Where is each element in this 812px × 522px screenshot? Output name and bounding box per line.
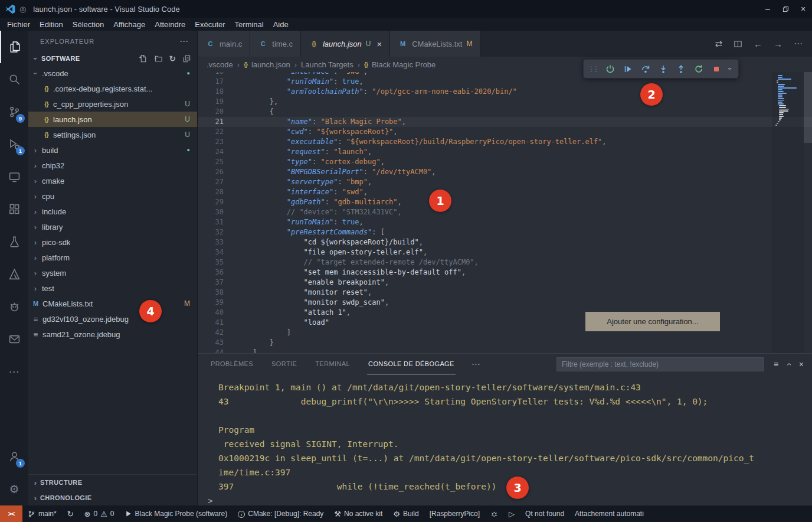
tree-item-launch-json[interactable]: {}launch.jsonU — [28, 112, 197, 127]
debug-config[interactable]: Black Magic Probe (software) — [120, 505, 233, 522]
code-line-21[interactable]: 21 "name": "Black Magic Probe", — [198, 117, 812, 127]
code-line-29[interactable]: 29 "gdbPath": "gdb-multiarch", — [198, 197, 812, 207]
section-timeline[interactable]: ›CHRONOLOGIE — [28, 490, 197, 505]
run-debug-icon[interactable]: 1 — [0, 128, 28, 161]
explorer-icon[interactable] — [0, 31, 28, 63]
breadcrumb-item-black-magic-probe[interactable]: Black Magic Probe — [372, 60, 436, 69]
close-window-button[interactable]: × — [794, 0, 812, 18]
close-panel-icon[interactable]: × — [799, 360, 804, 369]
auto-attach[interactable]: Attachement automati — [569, 505, 649, 522]
code-line-30[interactable]: 30 // "device": "STM32L431VC", — [198, 207, 812, 217]
code-line-23[interactable]: 23 "executable": "${workspaceRoot}/build… — [198, 137, 812, 147]
code-line-32[interactable]: 32 "preRestartCommands": [ — [198, 227, 812, 237]
open-changes-icon[interactable]: ⇄ — [715, 38, 722, 49]
cmake-target[interactable]: [RaspberryPico] — [424, 505, 485, 522]
panel-more-icon[interactable]: ⋯ — [472, 359, 480, 370]
tree-item-build[interactable]: ›build● — [28, 142, 197, 158]
panel-tab-console-de-d-bogage[interactable]: CONSOLE DE DÉBOGAGE — [367, 354, 456, 374]
tab-time-c[interactable]: Ctime.c — [250, 31, 301, 57]
account-icon[interactable]: 1 — [0, 441, 28, 473]
tree-item-cmakelists-txt[interactable]: MCMakeLists.txtM — [28, 296, 197, 311]
titlebar-circle-icon[interactable]: ◎ — [19, 5, 26, 14]
debug-console[interactable]: Breakpoint 1, main () at /mnt/data/git/o… — [198, 374, 812, 505]
code-line-22[interactable]: 22 "cwd": "${workspaceRoot}", — [198, 127, 812, 137]
section-structure[interactable]: ›STRUCTURE — [28, 475, 197, 490]
tree-item-platform[interactable]: ›platform — [28, 250, 197, 265]
continue-button[interactable] — [620, 61, 636, 77]
scrollbar-thumb[interactable] — [804, 72, 812, 143]
minimize-button[interactable]: – — [759, 0, 777, 18]
step-into-button[interactable] — [655, 61, 672, 77]
tree-item-pico-sdk[interactable]: ›pico-sdk — [28, 234, 197, 250]
menu-ex-cuter[interactable]: Exécuter — [190, 20, 230, 29]
refresh-icon[interactable]: ↻ — [169, 54, 176, 63]
code-editor[interactable]: 16 "interface": "swd",17 "runToMain": tr… — [198, 72, 812, 353]
step-out-button[interactable] — [673, 61, 689, 77]
menu-atteindre[interactable]: Atteindre — [150, 20, 190, 29]
code-line-36[interactable]: 36 "set mem inaccessible-by-default off"… — [198, 267, 812, 278]
code-line-24[interactable]: 24 "request": "launch", — [198, 147, 812, 157]
menu-s-lection[interactable]: Sélection — [68, 20, 109, 29]
problems[interactable]: ⊗0⚠0 — [79, 505, 120, 522]
tab-main-c[interactable]: Cmain.c — [198, 31, 250, 57]
cmake-debug[interactable] — [485, 505, 503, 522]
tree-item-library[interactable]: ›library — [28, 219, 197, 234]
tab-cmakelists-txt[interactable]: MCMakeLists.txtM — [390, 31, 480, 57]
sidebar-more-icon[interactable]: ⋯ — [179, 36, 189, 47]
remote-explorer-icon[interactable] — [0, 161, 28, 193]
back-icon[interactable]: ← — [754, 39, 762, 49]
git-branch[interactable]: main* — [22, 505, 62, 522]
panel-tab-sortie[interactable]: SORTIE — [270, 354, 298, 374]
new-file-icon[interactable] — [139, 54, 148, 63]
test-beaker-icon[interactable] — [0, 226, 28, 258]
tree-item-samd21-ozone-jdebug[interactable]: ≡samd21_ozone.jdebug — [28, 327, 197, 342]
cmake-launch[interactable]: ▷ — [503, 505, 520, 522]
code-line-35[interactable]: 35 // "target extended-remote /dev/ttyAC… — [198, 257, 812, 267]
power-button[interactable] — [602, 61, 618, 77]
breadcrumb-item-launch-targets[interactable]: Launch Targets — [301, 60, 353, 69]
code-line-38[interactable]: 38 "monitor reset", — [198, 288, 812, 298]
tree-item-test[interactable]: ›test — [28, 280, 197, 296]
code-line-26[interactable]: 26 "BMPGDBSerialPort": "/dev/ttyACM0", — [198, 167, 812, 177]
menu-edition[interactable]: Edition — [35, 20, 68, 29]
code-line-19[interactable]: 19 }, — [198, 97, 812, 107]
menu-affichage[interactable]: Affichage — [109, 20, 150, 29]
tree-item-cortex-debug-registers-stat[interactable]: {}.cortex-debug.registers.stat... — [28, 81, 197, 96]
code-line-27[interactable]: 27 "servertype": "bmp", — [198, 177, 812, 187]
code-line-33[interactable]: 33 "cd ${workspaceRoot}/build", — [198, 237, 812, 247]
new-folder-icon[interactable] — [154, 54, 163, 63]
code-line-20[interactable]: 20 { — [198, 107, 812, 117]
code-line-31[interactable]: 31 "runToMain": true, — [198, 217, 812, 227]
mail-icon[interactable] — [0, 323, 28, 355]
tree-item-system[interactable]: ›system — [28, 265, 197, 280]
tree-item-settings-json[interactable]: {}settings.jsonU — [28, 127, 197, 142]
test-explorer-icon[interactable] — [0, 291, 28, 323]
code-line-25[interactable]: 25 "type": "cortex-debug", — [198, 157, 812, 167]
maximize-panel-icon[interactable]: › — [787, 360, 790, 369]
minimap[interactable] — [772, 72, 804, 353]
code-line-39[interactable]: 39 "monitor swdp_scan", — [198, 298, 812, 308]
code-line-37[interactable]: 37 "enable breakpoint", — [198, 278, 812, 288]
qt-status[interactable]: Qt not found — [520, 505, 569, 522]
panel-tab-terminal[interactable]: TERMINAL — [314, 354, 351, 374]
tree-item-cmake[interactable]: ›cmake — [28, 173, 197, 188]
restart-button[interactable] — [690, 61, 707, 77]
code-line-18[interactable]: 18 "armToolchainPath": "/opt/gcc-arm-non… — [198, 87, 812, 97]
code-line-43[interactable]: 43 } — [198, 338, 812, 348]
tree-item-vscode[interactable]: ›.vscode● — [28, 66, 197, 81]
cmake-status[interactable]: iCMake: [Debug]: Ready — [233, 505, 329, 522]
cmake-build[interactable]: ⚙Build — [388, 505, 424, 522]
menu-terminal[interactable]: Terminal — [230, 20, 269, 29]
tab-launch-json[interactable]: {}launch.jsonU× — [301, 31, 390, 57]
tree-item-gd32vf103-ozone-jdebug[interactable]: ≡gd32vf103_ozone.jdebug — [28, 311, 197, 327]
tree-item-chip32[interactable]: ›chip32 — [28, 158, 197, 173]
chevron-down-icon[interactable]: › — [726, 64, 734, 73]
tree-item-c-cpp-properties-json[interactable]: {}c_cpp_properties.jsonU — [28, 96, 197, 112]
remote-indicator[interactable]: >< — [0, 505, 22, 522]
close-tab-icon[interactable]: × — [376, 39, 382, 49]
breadcrumb-item-launch-json[interactable]: launch.json — [251, 60, 290, 69]
git-sync[interactable]: ↻ — [62, 505, 79, 522]
cmake-tools-icon[interactable] — [0, 258, 28, 291]
code-line-28[interactable]: 28 "interface": "swd", — [198, 187, 812, 197]
breadcrumb-item-vscode[interactable]: .vscode — [207, 60, 233, 69]
